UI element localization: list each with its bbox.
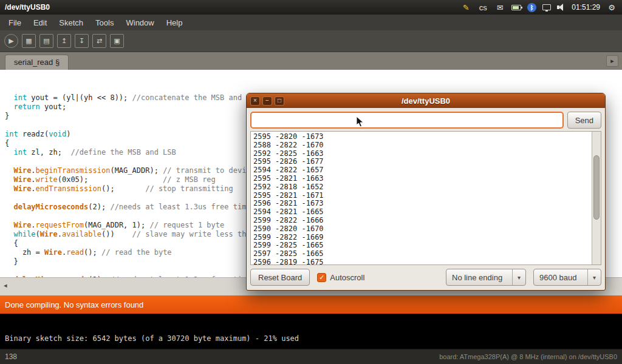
- save-button[interactable]: ↧: [75, 34, 89, 48]
- menu-item-tools[interactable]: Tools: [89, 16, 120, 30]
- baud-rate-dropdown[interactable]: 9600 baud ▾: [533, 269, 601, 286]
- toolbar: ▶▦▤↥↧⇄▣: [0, 30, 622, 52]
- volume-icon[interactable]: [557, 4, 566, 11]
- menu-item-sketch[interactable]: Sketch: [53, 16, 89, 30]
- cursor-line-number: 138: [5, 352, 17, 361]
- baud-rate-value: 9600 baud: [534, 269, 587, 285]
- mail-icon[interactable]: ✉: [494, 2, 505, 13]
- panel-window-title: /dev/ttyUSB0: [5, 3, 50, 12]
- menu-item-edit[interactable]: Edit: [27, 16, 53, 30]
- autoscroll-label: Autoscroll: [330, 273, 364, 282]
- serial-line: 2594 -2821 -1665: [253, 208, 589, 217]
- serial-line: 2594 -2822 -1657: [253, 166, 589, 175]
- tab-bar: serial_read § ▸: [0, 52, 622, 70]
- line-ending-value: No line ending: [446, 269, 512, 285]
- top-panel: /dev/ttyUSB0 ✎ cs ✉ ᛒ 01:51:29 ⚙: [0, 0, 622, 15]
- status-message: Done compiling. No syntax errors found: [5, 300, 143, 309]
- session-gear-icon[interactable]: ⚙: [606, 2, 617, 13]
- serial-send-input[interactable]: [250, 112, 564, 129]
- network-icon[interactable]: [542, 4, 551, 10]
- serial-line: 2595 -2821 -1671: [253, 192, 589, 200]
- close-icon[interactable]: ×: [250, 96, 260, 106]
- new-sketch-button[interactable]: ▤: [39, 34, 53, 48]
- menu-item-file[interactable]: File: [2, 16, 27, 30]
- bluetooth-icon[interactable]: ᛒ: [527, 3, 536, 12]
- scrollbar-thumb[interactable]: [593, 155, 600, 219]
- scroll-left-icon[interactable]: ◂: [4, 281, 7, 289]
- serial-line: 2599 -2822 -1666: [253, 217, 589, 225]
- serial-output: 2595 -2820 -16732588 -2822 -16702592 -28…: [251, 132, 592, 265]
- send-button[interactable]: Send: [567, 112, 601, 129]
- verify-button[interactable]: ▶: [4, 34, 18, 48]
- battery-icon[interactable]: [511, 5, 521, 10]
- serial-monitor-titlebar[interactable]: /dev/ttyUSB0 × − □: [247, 93, 605, 108]
- serial-line: 2599 -2825 -1665: [253, 241, 589, 250]
- serial-monitor-title: /dev/ttyUSB0: [247, 96, 605, 106]
- serial-monitor-controls: Reset Board ✓ Autoscroll No line ending …: [250, 268, 601, 286]
- menu-item-window[interactable]: Window: [120, 16, 160, 30]
- menu-item-help[interactable]: Help: [160, 16, 189, 30]
- serial-line: 2592 -2825 -1663: [253, 150, 589, 158]
- serial-monitor-window: /dev/ttyUSB0 × − □ Send 2595 -2820 -1673…: [246, 93, 606, 291]
- system-tray: ✎ cs ✉ ᛒ 01:51:29 ⚙: [460, 2, 617, 13]
- serial-line: 2596 -2821 -1673: [253, 200, 589, 208]
- chevron-down-icon: ▾: [512, 269, 525, 285]
- maximize-icon[interactable]: □: [275, 96, 284, 106]
- footer-status-bar: 138 board: ATmega328P(A) @ 8 MHz (intern…: [0, 349, 622, 364]
- serial-line: 2597 -2825 -1665: [253, 250, 589, 258]
- clock[interactable]: 01:51:29: [572, 3, 600, 12]
- serial-monitor-body: Send 2595 -2820 -16732588 -2822 -1670259…: [247, 108, 605, 290]
- menubar: FileEditSketchToolsWindowHelp: [0, 15, 622, 30]
- serial-line: 2595 -2821 -1663: [253, 175, 589, 183]
- autoscroll-checkbox[interactable]: ✓: [317, 273, 326, 282]
- copy-button[interactable]: ⇄: [92, 34, 106, 48]
- serial-line: 2590 -2820 -1670: [253, 225, 589, 234]
- tab-menu-icon[interactable]: ▸: [606, 55, 618, 67]
- keyboard-layout-indicator[interactable]: cs: [477, 2, 488, 13]
- serial-output-area[interactable]: 2595 -2820 -16732588 -2822 -16702592 -28…: [250, 131, 601, 265]
- menubar-items: FileEditSketchToolsWindowHelp: [2, 16, 188, 30]
- open-button[interactable]: ↥: [57, 34, 71, 48]
- upload-button[interactable]: ▦: [22, 34, 36, 48]
- chevron-down-icon: ▾: [587, 269, 601, 285]
- console-text: Binary sketch size: 6542 bytes (of a 307…: [5, 334, 299, 343]
- minimize-icon[interactable]: −: [262, 96, 272, 106]
- window-controls: × − □: [250, 96, 284, 106]
- serial-line: 2596 -2819 -1675: [253, 258, 589, 265]
- serial-line: 2592 -2818 -1652: [253, 183, 589, 192]
- serial-line: 2599 -2822 -1669: [253, 234, 589, 242]
- build-console: Binary sketch size: 6542 bytes (of a 307…: [0, 314, 622, 349]
- board-info: board: ATmega328P(A) @ 8 MHz (internal) …: [439, 353, 617, 360]
- serial-line: 2595 -2820 -1673: [253, 133, 589, 141]
- tab-serial-read[interactable]: serial_read §: [5, 55, 69, 70]
- serial-output-scrollbar[interactable]: [592, 132, 601, 265]
- serial-line: 2588 -2822 -1670: [253, 141, 589, 150]
- line-ending-dropdown[interactable]: No line ending ▾: [446, 269, 526, 286]
- toolbar-buttons: ▶▦▤↥↧⇄▣: [4, 34, 124, 48]
- serial-monitor-button[interactable]: ▣: [110, 34, 124, 48]
- serial-line: 2595 -2826 -1677: [253, 158, 589, 166]
- reset-board-button[interactable]: Reset Board: [250, 269, 310, 286]
- notes-icon[interactable]: ✎: [460, 2, 471, 13]
- compile-status-bar: Done compiling. No syntax errors found: [0, 295, 622, 314]
